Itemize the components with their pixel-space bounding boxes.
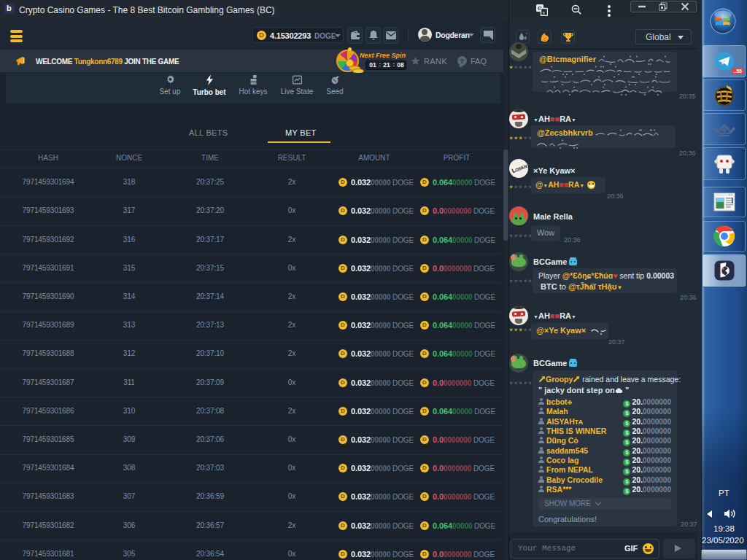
svg-text:B: B bbox=[544, 38, 547, 42]
svg-text:x: x bbox=[543, 10, 546, 15]
